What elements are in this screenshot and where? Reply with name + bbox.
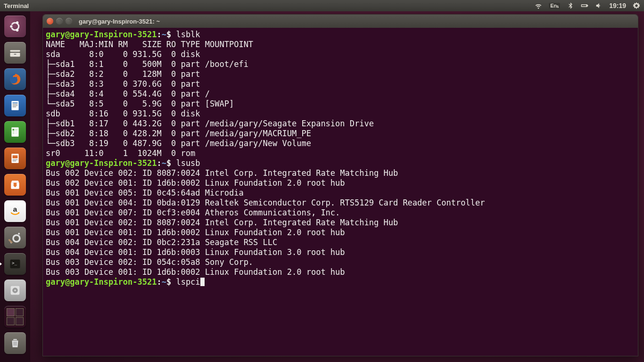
svg-rect-20 (14, 132, 16, 134)
system-tray: En₁ 19:19 (535, 2, 640, 9)
svg-rect-19 (13, 132, 14, 134)
svg-rect-34 (7, 309, 15, 316)
language-indicator[interactable]: En₁ (549, 3, 560, 9)
window-titlebar[interactable]: gary@gary-Inspiron-3521: ~ (43, 15, 638, 28)
terminal-body[interactable]: gary@gary-Inspiron-3521:~$ lsblk NAME MA… (43, 28, 638, 356)
app-title: Terminal (4, 2, 29, 9)
window-maximize-button[interactable] (66, 18, 72, 25)
svg-point-0 (10, 25, 12, 27)
svg-rect-21 (16, 132, 17, 134)
svg-text:>_: >_ (12, 260, 17, 265)
svg-rect-8 (13, 103, 18, 104)
svg-text:a: a (13, 205, 17, 213)
battery-icon[interactable] (581, 2, 588, 9)
launcher-firefox[interactable] (3, 67, 27, 91)
svg-rect-25 (13, 161, 17, 161)
svg-rect-16 (13, 131, 14, 132)
launcher-dash[interactable] (3, 14, 27, 39)
clock[interactable]: 19:19 (609, 2, 626, 9)
svg-rect-39 (15, 342, 15, 346)
volume-icon[interactable] (595, 2, 603, 9)
launcher-impress[interactable] (3, 146, 27, 171)
svg-rect-18 (16, 131, 17, 132)
terminal-window: gary@gary-Inspiron-3521: ~ gary@gary-Ins… (42, 14, 638, 356)
svg-rect-3 (10, 50, 20, 52)
svg-rect-9 (13, 104, 18, 105)
window-title: gary@gary-Inspiron-3521: ~ (79, 18, 160, 25)
launcher-writer[interactable] (3, 93, 27, 118)
svg-rect-13 (13, 129, 14, 131)
svg-rect-36 (7, 318, 15, 325)
svg-point-33 (14, 289, 16, 291)
svg-rect-15 (16, 129, 17, 131)
launcher-files[interactable] (3, 41, 27, 65)
svg-rect-14 (14, 129, 16, 131)
svg-rect-35 (16, 309, 24, 316)
bluetooth-icon[interactable] (567, 2, 574, 9)
svg-rect-4 (10, 53, 20, 57)
launcher-software[interactable] (3, 173, 27, 197)
svg-rect-24 (13, 159, 18, 160)
window-minimize-button[interactable] (56, 18, 63, 25)
svg-rect-23 (13, 156, 18, 159)
launcher-trash[interactable] (3, 331, 27, 355)
wifi-icon[interactable] (535, 2, 542, 9)
svg-rect-37 (16, 318, 24, 325)
launcher-calc[interactable] (3, 120, 27, 144)
svg-rect-17 (14, 131, 16, 132)
svg-rect-40 (16, 342, 17, 346)
top-menu-bar: Terminal En₁ 19:19 (0, 0, 644, 11)
gear-icon[interactable] (633, 2, 640, 9)
launcher-settings[interactable] (3, 225, 27, 250)
launcher-workspace[interactable] (3, 304, 27, 329)
svg-rect-38 (14, 342, 14, 346)
launcher-disks[interactable] (3, 278, 27, 303)
unity-launcher: a >_ (0, 11, 30, 362)
svg-rect-11 (13, 107, 17, 107)
launcher-amazon[interactable]: a (3, 199, 27, 223)
launcher-terminal[interactable]: >_ (3, 252, 27, 276)
svg-rect-5 (14, 54, 17, 54)
svg-rect-10 (13, 105, 18, 106)
window-close-button[interactable] (47, 18, 53, 25)
